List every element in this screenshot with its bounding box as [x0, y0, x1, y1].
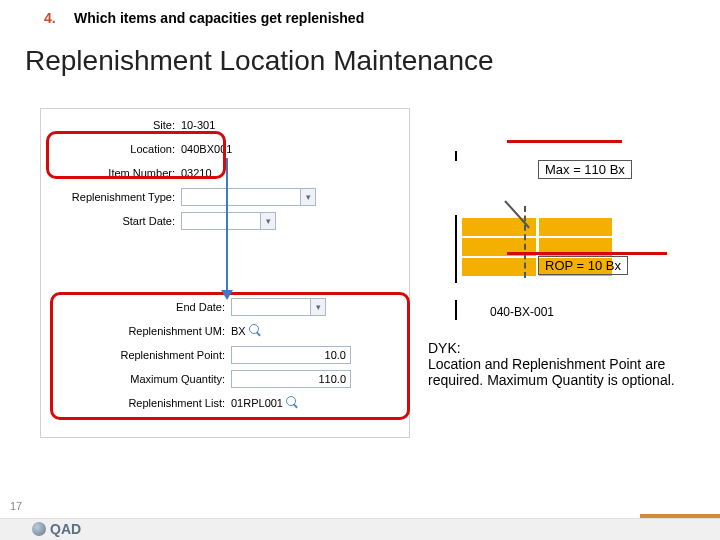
field-repl-point: Replenishment Point: 10.0	[41, 343, 409, 367]
qad-logo: QAD	[32, 521, 81, 537]
field-location: Location: 040BX001	[41, 137, 409, 161]
location-value: 040BX001	[181, 143, 232, 155]
arrow-line	[226, 158, 228, 293]
logo-text: QAD	[50, 521, 81, 537]
main-title: Replenishment Location Maintenance	[25, 45, 494, 77]
field-repl-type: Replenishment Type: ▾	[41, 185, 409, 209]
item-value: 03210	[181, 167, 212, 179]
max-qty-input[interactable]: 110.0	[231, 370, 351, 388]
repl-point-label: Replenishment Point:	[41, 349, 231, 361]
search-icon[interactable]	[286, 396, 300, 410]
rop-indicator-line	[507, 252, 667, 255]
gauge-tick	[455, 151, 457, 161]
dashed-divider	[524, 206, 526, 278]
chevron-down-icon[interactable]: ▾	[301, 188, 316, 206]
site-value: 10-301	[181, 119, 215, 131]
search-icon[interactable]	[249, 324, 263, 338]
repl-um-label: Replenishment UM:	[41, 325, 231, 337]
slide: 4. Which items and capacities get replen…	[0, 0, 720, 540]
repl-type-input[interactable]	[181, 188, 301, 206]
site-label: Site:	[41, 119, 181, 131]
form-panel: Site: 10-301 Location: 040BX001 Item Num…	[40, 108, 410, 438]
max-qty-label: Maximum Quantity:	[41, 373, 231, 385]
field-item-number: Item Number: 03210	[41, 161, 409, 185]
max-label: Max = 110 Bx	[538, 160, 632, 179]
field-repl-um: Replenishment UM: BX	[41, 319, 409, 343]
chevron-down-icon[interactable]: ▾	[261, 212, 276, 230]
page-number: 17	[10, 500, 22, 512]
start-date-label: Start Date:	[41, 215, 181, 227]
dyk-title: DYK:	[428, 340, 688, 356]
repl-point-input[interactable]: 10.0	[231, 346, 351, 364]
gauge-tick	[455, 300, 457, 320]
logo-disc-icon	[32, 522, 46, 536]
gauge-tick	[455, 215, 457, 283]
repl-um-value: BX	[231, 325, 246, 337]
end-date-input[interactable]	[231, 298, 311, 316]
arrow-down-icon	[221, 290, 233, 300]
location-tag: 040-BX-001	[490, 305, 554, 319]
shelf-row	[462, 218, 612, 236]
field-site: Site: 10-301	[41, 113, 409, 137]
location-label: Location:	[41, 143, 181, 155]
dyk-body: Location and Replenishment Point are req…	[428, 356, 688, 388]
footer-bar: QAD	[0, 518, 720, 540]
rop-label: ROP = 10 Bx	[538, 256, 628, 275]
max-indicator-line	[507, 140, 622, 143]
repl-list-label: Replenishment List:	[41, 397, 231, 409]
list-number: 4.	[44, 10, 56, 26]
end-date-label: End Date:	[41, 301, 231, 313]
repl-type-label: Replenishment Type:	[41, 191, 181, 203]
item-label: Item Number:	[41, 167, 181, 179]
field-repl-list: Replenishment List: 01RPL001	[41, 391, 409, 415]
start-date-input[interactable]	[181, 212, 261, 230]
topic-title: Which items and capacities get replenish…	[74, 10, 364, 26]
repl-list-value: 01RPL001	[231, 397, 283, 409]
field-start-date: Start Date: ▾	[41, 209, 409, 233]
field-max-qty: Maximum Quantity: 110.0	[41, 367, 409, 391]
chevron-down-icon[interactable]: ▾	[311, 298, 326, 316]
box-icon	[539, 218, 613, 236]
dyk-note: DYK: Location and Replenishment Point ar…	[428, 340, 688, 388]
